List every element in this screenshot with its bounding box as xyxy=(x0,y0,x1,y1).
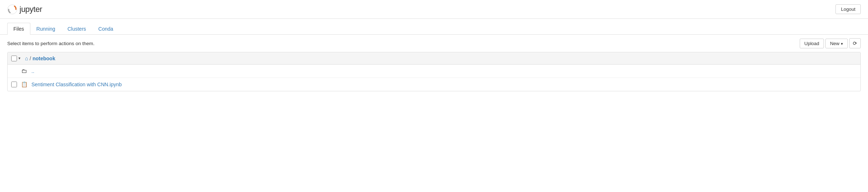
logout-button[interactable]: Logout xyxy=(835,4,861,14)
new-button[interactable]: New xyxy=(825,39,848,48)
upload-button[interactable]: Upload xyxy=(800,39,824,48)
tab-running[interactable]: Running xyxy=(30,23,61,35)
new-button-label: New xyxy=(830,41,839,46)
folder-icon: 🗀 xyxy=(21,68,28,74)
toolbar-right: Upload New ⟳ xyxy=(800,38,861,48)
list-item: 📋 Sentiment Classification with CNN.ipyn… xyxy=(8,78,860,91)
breadcrumb-separator: / xyxy=(30,56,31,61)
list-item: 🗀 .. xyxy=(8,65,860,78)
tab-clusters[interactable]: Clusters xyxy=(61,23,92,35)
refresh-button[interactable]: ⟳ xyxy=(849,38,861,48)
logo: jupyter xyxy=(7,4,42,14)
header-checkbox-area xyxy=(11,56,22,61)
logo-text: jupyter xyxy=(20,5,42,14)
breadcrumb-current[interactable]: notebook xyxy=(33,56,55,61)
breadcrumb: ⌂ / notebook xyxy=(25,55,55,61)
select-hint: Select items to perform actions on them. xyxy=(7,41,95,46)
toolbar-row: Select items to perform actions on them.… xyxy=(0,35,868,52)
refresh-icon: ⟳ xyxy=(853,40,857,46)
breadcrumb-home-icon[interactable]: ⌂ xyxy=(25,55,28,61)
notebook-file-link[interactable]: Sentiment Classification with CNN.ipynb xyxy=(31,82,122,87)
header: jupyter Logout xyxy=(0,0,868,19)
tab-conda[interactable]: Conda xyxy=(92,23,119,35)
tabs-bar: Files Running Clusters Conda xyxy=(0,19,868,35)
select-dropdown-chevron-icon xyxy=(18,56,21,60)
file-checkbox[interactable] xyxy=(11,82,17,87)
notebook-icon: 📋 xyxy=(21,81,28,88)
file-list-header: ⌂ / notebook xyxy=(8,52,860,65)
jupyter-logo-icon xyxy=(7,4,17,14)
parent-dir-link[interactable]: .. xyxy=(31,68,34,74)
file-list-container: ⌂ / notebook 🗀 .. 📋 Sentiment Classifica… xyxy=(7,52,861,91)
new-dropdown-chevron-icon xyxy=(841,41,843,46)
select-dropdown-button[interactable] xyxy=(17,56,22,61)
select-all-checkbox[interactable] xyxy=(11,56,17,61)
tab-files[interactable]: Files xyxy=(7,23,30,35)
